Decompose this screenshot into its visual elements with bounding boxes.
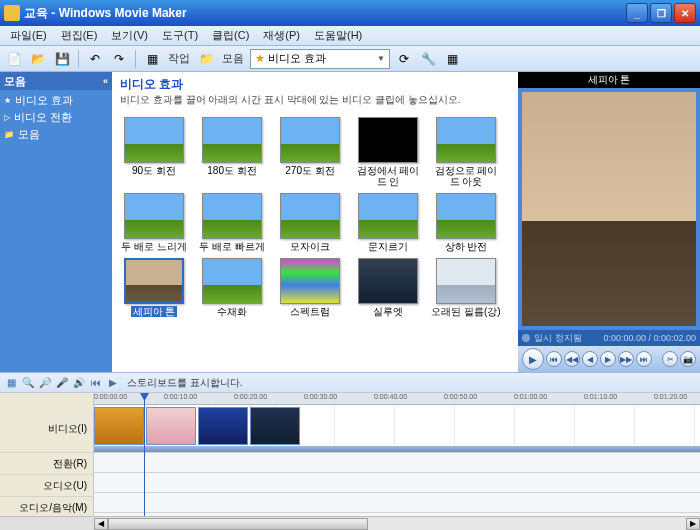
effect-label: 수채화 bbox=[217, 306, 247, 317]
title-overlay-track[interactable] bbox=[94, 513, 700, 516]
scroll-left-button[interactable]: ◀ bbox=[94, 518, 108, 530]
collection-dropdown[interactable]: ★ 비디오 효과 ▼ bbox=[250, 49, 390, 69]
new-project-icon[interactable]: 📄 bbox=[4, 49, 24, 69]
step-back-button[interactable]: ◀ bbox=[582, 351, 598, 367]
refresh-icon[interactable]: ⟳ bbox=[394, 49, 414, 69]
minimize-button[interactable]: _ bbox=[626, 3, 648, 23]
collections-label: 모음 bbox=[220, 51, 246, 66]
sidebar-item-video-transitions[interactable]: ▷ 비디오 전환 bbox=[2, 109, 110, 126]
collections-icon[interactable]: 📁 bbox=[196, 49, 216, 69]
effect-thumbnail bbox=[280, 258, 340, 304]
sidebar-item-video-effects[interactable]: ★ 비디오 효과 bbox=[2, 92, 110, 109]
menu-clip[interactable]: 클립(C) bbox=[206, 26, 255, 45]
playback-seek[interactable] bbox=[522, 334, 530, 342]
view-thumbnails-icon[interactable]: ▦ bbox=[442, 49, 462, 69]
track-label-audio[interactable]: 오디오(U) bbox=[0, 475, 93, 497]
audio-track[interactable] bbox=[94, 473, 700, 493]
scroll-right-button[interactable]: ▶ bbox=[686, 518, 700, 530]
effect-item[interactable]: 오래된 필름(강) bbox=[428, 256, 504, 319]
play-button[interactable]: ▶ bbox=[522, 348, 544, 370]
effect-thumbnail bbox=[358, 193, 418, 239]
horizontal-scrollbar[interactable]: ◀ ▶ bbox=[0, 516, 700, 530]
prev-frame-button[interactable]: ⏮ bbox=[546, 351, 562, 367]
tracks-container[interactable]: 0:00:00.000:00:10.000:00:20.000:00:30.00… bbox=[94, 393, 700, 516]
menu-help[interactable]: 도움말(H) bbox=[308, 26, 368, 45]
effect-item[interactable]: 90도 회전 bbox=[116, 115, 192, 189]
video-clip[interactable] bbox=[250, 407, 300, 445]
maximize-button[interactable]: ❐ bbox=[650, 3, 672, 23]
effect-item[interactable]: 두 배로 느리게 bbox=[116, 191, 192, 254]
effect-item[interactable]: 스펙트럼 bbox=[272, 256, 348, 319]
sidebar-item-collections[interactable]: 📁 모음 bbox=[2, 126, 110, 143]
rewind-button[interactable]: ◀◀ bbox=[564, 351, 580, 367]
chevron-down-icon: ▼ bbox=[377, 54, 385, 63]
narrate-icon[interactable]: 🎤 bbox=[55, 376, 69, 390]
effect-label: 문지르기 bbox=[368, 241, 408, 252]
menu-view[interactable]: 보기(V) bbox=[105, 26, 154, 45]
effect-label: 모자이크 bbox=[290, 241, 330, 252]
forward-button[interactable]: ▶▶ bbox=[618, 351, 634, 367]
properties-icon[interactable]: 🔧 bbox=[418, 49, 438, 69]
ruler-tick: 0:01:00.00 bbox=[514, 393, 547, 400]
timeline-toolbar: ▦ 🔍 🔎 🎤 🔊 ⏮ ▶ 스토리보드를 표시합니다. bbox=[0, 373, 700, 393]
track-label-video[interactable]: 비디오(I) bbox=[0, 405, 93, 453]
video-clip[interactable] bbox=[146, 407, 196, 445]
star-icon: ★ bbox=[255, 52, 265, 65]
tasks-label: 작업 bbox=[166, 51, 192, 66]
undo-icon[interactable]: ↶ bbox=[85, 49, 105, 69]
effect-item[interactable]: 180도 회전 bbox=[194, 115, 270, 189]
main-area: 모음 « ★ 비디오 효과 ▷ 비디오 전환 📁 모음 비디오 효과 비디오 효… bbox=[0, 72, 700, 372]
audio-music-track[interactable] bbox=[94, 493, 700, 513]
scroll-track[interactable] bbox=[108, 518, 686, 530]
effect-item[interactable]: 검정에서 페이드 인 bbox=[350, 115, 426, 189]
audio-levels-icon[interactable]: 🔊 bbox=[72, 376, 86, 390]
playhead[interactable] bbox=[144, 393, 145, 516]
sidebar-title: 모음 bbox=[4, 74, 26, 89]
effect-item[interactable]: 수채화 bbox=[194, 256, 270, 319]
menu-play[interactable]: 재생(P) bbox=[257, 26, 306, 45]
save-icon[interactable]: 💾 bbox=[52, 49, 72, 69]
effect-item[interactable]: 문지르기 bbox=[350, 191, 426, 254]
video-track[interactable] bbox=[94, 405, 700, 453]
effect-item[interactable]: 상하 반전 bbox=[428, 191, 504, 254]
menu-edit[interactable]: 편집(E) bbox=[55, 26, 104, 45]
effect-item[interactable]: 두 배로 빠르게 bbox=[194, 191, 270, 254]
effect-item[interactable]: 실루엣 bbox=[350, 256, 426, 319]
video-clip[interactable] bbox=[198, 407, 248, 445]
track-label-transition[interactable]: 전환(R) bbox=[0, 453, 93, 475]
effect-item[interactable]: 모자이크 bbox=[272, 191, 348, 254]
effects-description: 비디오 효과를 끌어 아래의 시간 표시 막대에 있는 비디오 클립에 놓으십시… bbox=[120, 93, 510, 107]
take-picture-button[interactable]: 📷 bbox=[680, 351, 696, 367]
video-clip[interactable] bbox=[94, 407, 144, 445]
step-forward-button[interactable]: ▶ bbox=[600, 351, 616, 367]
close-button[interactable]: ✕ bbox=[674, 3, 696, 23]
effect-label: 세피아 톤 bbox=[131, 306, 178, 317]
collapse-icon[interactable]: « bbox=[103, 76, 108, 86]
track-label-audio-music[interactable]: 오디오/음악(M) bbox=[0, 497, 93, 516]
ruler-tick: 0:00:10.00 bbox=[164, 393, 197, 400]
effect-thumbnail bbox=[124, 117, 184, 163]
effect-label: 실루엣 bbox=[373, 306, 403, 317]
play-timeline-icon[interactable]: ▶ bbox=[106, 376, 120, 390]
next-frame-button[interactable]: ⏭ bbox=[636, 351, 652, 367]
tasks-icon[interactable]: ▦ bbox=[142, 49, 162, 69]
zoom-in-icon[interactable]: 🔍 bbox=[21, 376, 35, 390]
effect-thumbnail bbox=[202, 193, 262, 239]
titlebar: 교육 - Windows Movie Maker _ ❐ ✕ bbox=[0, 0, 700, 26]
effect-thumbnail bbox=[124, 193, 184, 239]
menu-tools[interactable]: 도구(T) bbox=[156, 26, 204, 45]
effect-item[interactable]: 270도 회전 bbox=[272, 115, 348, 189]
split-clip-button[interactable]: ✂ bbox=[662, 351, 678, 367]
show-storyboard-icon[interactable]: ▦ bbox=[4, 376, 18, 390]
menu-file[interactable]: 파일(E) bbox=[4, 26, 53, 45]
open-icon[interactable]: 📂 bbox=[28, 49, 48, 69]
effect-item[interactable]: 검정으로 페이드 아웃 bbox=[428, 115, 504, 189]
zoom-out-icon[interactable]: 🔎 bbox=[38, 376, 52, 390]
redo-icon[interactable]: ↷ bbox=[109, 49, 129, 69]
time-ruler[interactable]: 0:00:00.000:00:10.000:00:20.000:00:30.00… bbox=[94, 393, 700, 405]
rewind-timeline-icon[interactable]: ⏮ bbox=[89, 376, 103, 390]
transition-track[interactable] bbox=[94, 453, 700, 473]
effect-item[interactable]: 세피아 톤 bbox=[116, 256, 192, 319]
scroll-thumb[interactable] bbox=[108, 518, 368, 530]
ruler-tick: 0:01:10.00 bbox=[584, 393, 617, 400]
